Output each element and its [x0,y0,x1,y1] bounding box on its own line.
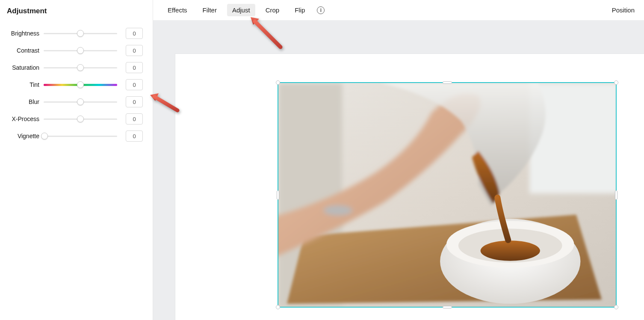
adj-row-xprocess: X-Process [6,110,147,127]
resize-handle-top[interactable] [443,81,452,84]
value-vignette[interactable] [126,130,143,142]
main-area: Effects Filter Adjust Crop Flip i Positi… [153,0,644,320]
adj-label-blur: Blur [6,98,44,105]
slider-vignette[interactable] [44,132,117,140]
value-saturation[interactable] [126,62,143,73]
info-icon[interactable]: i [317,6,325,14]
adj-label-vignette: Vignette [6,133,44,139]
toolbar-item-position[interactable]: Position [612,6,635,14]
photo-content [278,83,616,307]
toolbar-item-crop[interactable]: Crop [260,4,285,16]
resize-handle-right[interactable] [615,190,617,200]
slider-thumb[interactable] [77,116,84,122]
resize-handle-tr[interactable] [614,80,618,85]
adj-row-tint: Tint [6,76,147,93]
adjustment-panel-title: Adjustment [7,7,147,15]
adj-label-tint: Tint [6,81,44,88]
toolbar-item-adjust[interactable]: Adjust [227,4,255,16]
slider-thumb[interactable] [41,133,48,139]
slider-tint[interactable] [44,80,117,89]
slider-thumb[interactable] [77,98,84,105]
slider-brightness[interactable] [44,29,117,38]
adj-row-vignette: Vignette [6,127,147,145]
canvas-area[interactable] [153,21,644,320]
slider-thumb[interactable] [77,64,84,71]
resize-handle-bl[interactable] [276,305,280,309]
svg-point-8 [323,205,352,216]
toolbar-item-filter[interactable]: Filter [198,4,222,16]
adj-label-brightness: Brightness [6,30,44,37]
slider-blur[interactable] [44,98,117,106]
selected-image[interactable] [278,82,617,308]
adj-row-blur: Blur [6,93,147,110]
adj-row-contrast: Contrast [6,42,147,59]
adjustment-panel: Adjustment Brightness Contrast Saturatio… [0,0,153,320]
slider-thumb[interactable] [77,81,84,88]
adj-label-saturation: Saturation [6,64,44,71]
slider-thumb[interactable] [77,47,84,54]
svg-point-7 [481,240,540,261]
resize-handle-tl[interactable] [276,80,280,85]
value-tint[interactable] [126,79,143,90]
resize-handle-br[interactable] [614,305,618,309]
value-blur[interactable] [126,96,143,107]
adj-row-saturation: Saturation [6,59,147,76]
adj-row-brightness: Brightness [6,25,147,42]
value-contrast[interactable] [126,45,143,56]
adj-label-xprocess: X-Process [6,116,44,122]
resize-handle-bottom[interactable] [443,306,452,308]
toolbar-item-flip[interactable]: Flip [290,4,310,16]
resize-handle-left[interactable] [277,190,279,200]
toolbar-item-effects[interactable]: Effects [162,4,192,16]
value-xprocess[interactable] [126,113,143,124]
adj-label-contrast: Contrast [6,47,44,54]
slider-contrast[interactable] [44,46,117,55]
slider-thumb[interactable] [77,30,84,37]
slider-xprocess[interactable] [44,115,117,123]
top-toolbar: Effects Filter Adjust Crop Flip i Positi… [153,0,644,21]
value-brightness[interactable] [126,28,143,39]
slider-saturation[interactable] [44,63,117,72]
